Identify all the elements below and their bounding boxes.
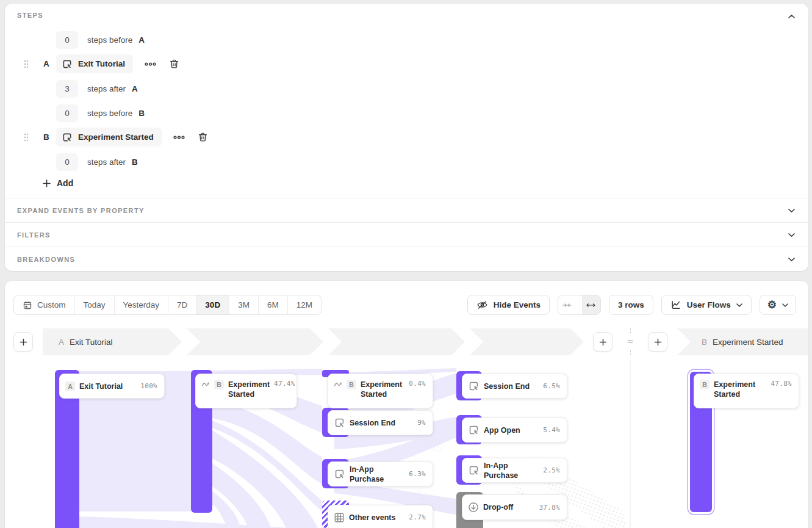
event-icon — [62, 132, 73, 143]
node-percent: 0.4% — [409, 380, 426, 388]
flow-node-in-app-purchase-63[interactable]: In-App Purchase 6.3% — [328, 461, 433, 486]
flow-node-session-end-9[interactable]: Session End 9% — [328, 410, 433, 435]
step-a-letter: A — [59, 338, 64, 347]
section-filters[interactable]: FILTERS — [5, 222, 808, 247]
add-step-after-a-button[interactable] — [593, 332, 613, 352]
hide-events-label: Hide Events — [494, 300, 541, 309]
node-label: Exit Tutorial — [79, 382, 136, 391]
drop-off-icon — [468, 502, 479, 513]
date-range-30d-selected[interactable]: 30D — [196, 295, 229, 314]
steps-after-a-input[interactable]: 3 — [56, 80, 78, 98]
flow-node-session-end-65[interactable]: Session End 6.5% — [462, 374, 567, 399]
spacing-toggle — [558, 295, 601, 315]
step-b-event-picker[interactable]: Experiment Started — [56, 128, 162, 146]
flow-column-header-step-b[interactable]: B Experiment Started — [677, 328, 808, 355]
date-range-12m[interactable]: 12M — [288, 295, 321, 314]
date-range-7d[interactable]: 7D — [168, 295, 196, 314]
drag-handle-icon[interactable] — [24, 60, 29, 68]
step-badge: A — [65, 382, 75, 391]
date-range-label: Custom — [37, 300, 66, 309]
settings-dropdown-button[interactable]: ⚙ — [760, 295, 796, 315]
step-a-letter: A — [43, 59, 49, 68]
steps-before-b-input[interactable]: 0 — [56, 104, 78, 122]
section-label: EXPAND EVENTS BY PROPERTY — [17, 207, 145, 214]
steps-after-b-row: 0 steps after B — [5, 153, 808, 172]
more-options-icon — [173, 132, 185, 142]
plus-icon — [599, 338, 607, 346]
node-label: Session End — [484, 382, 539, 391]
step-a-event-picker[interactable]: Exit Tutorial — [56, 54, 133, 73]
step-b-letter: B — [43, 132, 49, 142]
drag-handle-icon[interactable] — [24, 133, 29, 142]
steps-after-b-input[interactable]: 0 — [56, 153, 78, 171]
step-b-letter: B — [702, 338, 707, 347]
add-step-before-button[interactable] — [13, 332, 33, 352]
date-range-3m[interactable]: 3M — [229, 295, 259, 314]
flow-node-other-events[interactable]: Other events 2.7% — [328, 505, 433, 528]
node-percent: 47.4% — [274, 380, 295, 388]
row-label: steps after — [87, 157, 126, 167]
grid-icon — [334, 512, 345, 523]
step-a-delete-button[interactable] — [169, 59, 179, 69]
node-percent: 6.5% — [543, 382, 560, 390]
flow-node-experiment-started-478[interactable]: B Experiment Started 47.8% — [694, 374, 799, 408]
flow-node-experiment-started-474[interactable]: B Experiment Started 47.4% — [195, 374, 297, 408]
step-ref: B — [138, 109, 145, 118]
date-range-label: 6M — [267, 300, 279, 309]
step-ref: A — [132, 84, 138, 93]
node-percent: 9% — [417, 419, 426, 427]
expand-columns-button[interactable] — [582, 295, 600, 314]
node-percent: 37.8% — [539, 504, 560, 512]
section-label: BREAKDOWNS — [17, 256, 75, 263]
add-step-label: Add — [57, 178, 73, 188]
node-percent: 47.8% — [771, 380, 792, 388]
step-a-more-button[interactable] — [145, 59, 156, 69]
plus-icon — [43, 179, 51, 187]
flow-node-experiment-started-04[interactable]: B Experiment Started 0.4% — [328, 374, 433, 408]
steps-before-a-row: 0 steps before A — [5, 31, 808, 49]
row-label: steps before — [87, 109, 132, 118]
step-badge: B — [700, 380, 710, 389]
steps-before-a-input[interactable]: 0 — [56, 31, 78, 49]
flow-node-in-app-purchase-25[interactable]: In-App Purchase 2.5% — [462, 458, 567, 483]
rows-count-button[interactable]: 3 rows — [609, 295, 653, 315]
node-percent: 2.5% — [543, 466, 560, 474]
date-range-label: Yesterday — [123, 300, 160, 309]
add-step-button[interactable]: Add — [43, 178, 73, 188]
step-ref: A — [138, 35, 145, 45]
date-range-yesterday[interactable]: Yesterday — [115, 295, 169, 314]
arrows-inward-icon — [562, 301, 572, 309]
collapse-steps-button[interactable] — [785, 10, 797, 23]
flow-node-exit-tutorial[interactable]: A Exit Tutorial 100% — [59, 374, 165, 399]
node-label: App Open — [484, 425, 539, 435]
flow-node-drop-off[interactable]: Drop-off 37.8% — [462, 494, 567, 520]
node-label: Session End — [350, 418, 413, 428]
date-range-custom[interactable]: Custom — [14, 295, 75, 314]
chevron-up-icon — [788, 14, 795, 19]
add-step-before-b-button[interactable] — [648, 332, 667, 352]
steps-section-title: STEPS — [17, 12, 43, 19]
flow-column-header-step-a[interactable]: A Exit Tutorial — [43, 328, 182, 355]
chevron-down-icon — [736, 303, 742, 308]
date-range-6m[interactable]: 6M — [259, 295, 288, 314]
node-label: Experiment Started — [361, 380, 404, 399]
date-range-label: 3M — [238, 300, 250, 309]
node-label: In-App Purchase — [484, 461, 539, 480]
hide-events-button[interactable]: Hide Events — [467, 295, 550, 315]
section-expand-events-by-property[interactable]: EXPAND EVENTS BY PROPERTY — [5, 198, 808, 222]
event-icon — [468, 424, 480, 436]
collapse-columns-button[interactable] — [558, 295, 577, 314]
steps-before-b-row: 0 steps before B — [5, 104, 808, 123]
row-label: steps after — [87, 84, 126, 93]
calendar-icon — [23, 300, 32, 310]
step-b-event-label: Experiment Started — [78, 132, 154, 142]
node-label: Drop-off — [483, 502, 534, 512]
date-range-today[interactable]: Today — [75, 295, 115, 314]
flow-column-header-2 — [187, 328, 323, 355]
event-icon — [334, 417, 345, 429]
view-selector-button[interactable]: User Flows — [661, 295, 752, 315]
flow-node-app-open[interactable]: App Open 5.4% — [462, 418, 567, 443]
step-b-delete-button[interactable] — [198, 132, 208, 142]
section-breakdowns[interactable]: BREAKDOWNS — [5, 247, 808, 271]
step-b-more-button[interactable] — [173, 132, 185, 142]
